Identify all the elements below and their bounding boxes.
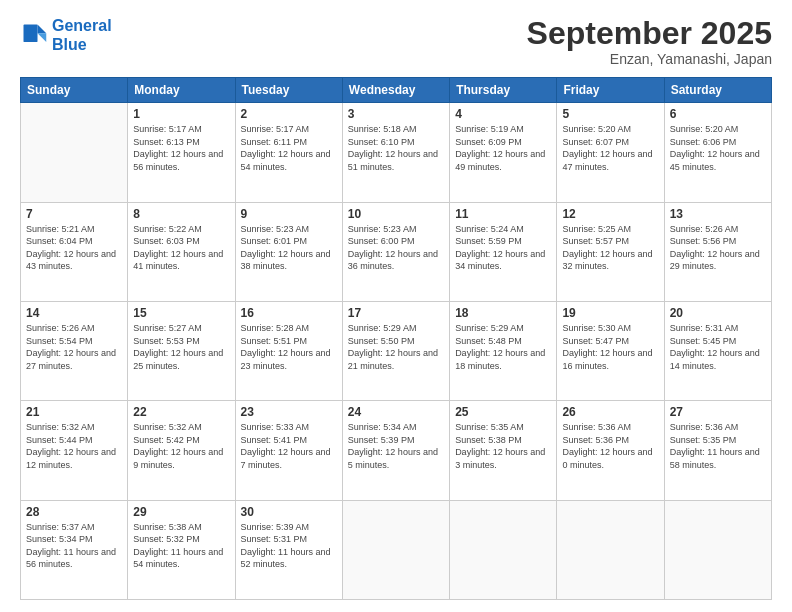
day-info: Sunrise: 5:38 AM Sunset: 5:32 PM Dayligh…	[133, 521, 229, 571]
day-number: 12	[562, 207, 658, 221]
logo-icon	[20, 21, 48, 49]
day-cell: 18Sunrise: 5:29 AM Sunset: 5:48 PM Dayli…	[450, 301, 557, 400]
day-info: Sunrise: 5:26 AM Sunset: 5:56 PM Dayligh…	[670, 223, 766, 273]
day-number: 4	[455, 107, 551, 121]
day-number: 2	[241, 107, 337, 121]
week-row-4: 21Sunrise: 5:32 AM Sunset: 5:44 PM Dayli…	[21, 401, 772, 500]
day-info: Sunrise: 5:29 AM Sunset: 5:48 PM Dayligh…	[455, 322, 551, 372]
day-cell	[21, 103, 128, 202]
day-info: Sunrise: 5:25 AM Sunset: 5:57 PM Dayligh…	[562, 223, 658, 273]
day-cell: 20Sunrise: 5:31 AM Sunset: 5:45 PM Dayli…	[664, 301, 771, 400]
logo-line1: General	[52, 17, 112, 34]
svg-marker-1	[38, 33, 47, 42]
day-info: Sunrise: 5:31 AM Sunset: 5:45 PM Dayligh…	[670, 322, 766, 372]
logo-text: General Blue	[52, 16, 112, 54]
day-cell: 10Sunrise: 5:23 AM Sunset: 6:00 PM Dayli…	[342, 202, 449, 301]
day-info: Sunrise: 5:39 AM Sunset: 5:31 PM Dayligh…	[241, 521, 337, 571]
day-number: 26	[562, 405, 658, 419]
day-number: 27	[670, 405, 766, 419]
day-info: Sunrise: 5:32 AM Sunset: 5:42 PM Dayligh…	[133, 421, 229, 471]
week-row-1: 1Sunrise: 5:17 AM Sunset: 6:13 PM Daylig…	[21, 103, 772, 202]
col-monday: Monday	[128, 78, 235, 103]
day-info: Sunrise: 5:21 AM Sunset: 6:04 PM Dayligh…	[26, 223, 122, 273]
day-info: Sunrise: 5:30 AM Sunset: 5:47 PM Dayligh…	[562, 322, 658, 372]
day-number: 24	[348, 405, 444, 419]
day-number: 30	[241, 505, 337, 519]
day-info: Sunrise: 5:29 AM Sunset: 5:50 PM Dayligh…	[348, 322, 444, 372]
day-cell: 9Sunrise: 5:23 AM Sunset: 6:01 PM Daylig…	[235, 202, 342, 301]
day-info: Sunrise: 5:22 AM Sunset: 6:03 PM Dayligh…	[133, 223, 229, 273]
day-cell: 29Sunrise: 5:38 AM Sunset: 5:32 PM Dayli…	[128, 500, 235, 599]
svg-rect-2	[24, 25, 38, 43]
col-friday: Friday	[557, 78, 664, 103]
col-wednesday: Wednesday	[342, 78, 449, 103]
day-number: 28	[26, 505, 122, 519]
day-cell	[450, 500, 557, 599]
week-row-3: 14Sunrise: 5:26 AM Sunset: 5:54 PM Dayli…	[21, 301, 772, 400]
day-cell: 24Sunrise: 5:34 AM Sunset: 5:39 PM Dayli…	[342, 401, 449, 500]
calendar-table: Sunday Monday Tuesday Wednesday Thursday…	[20, 77, 772, 600]
day-cell: 27Sunrise: 5:36 AM Sunset: 5:35 PM Dayli…	[664, 401, 771, 500]
day-cell: 19Sunrise: 5:30 AM Sunset: 5:47 PM Dayli…	[557, 301, 664, 400]
day-number: 16	[241, 306, 337, 320]
day-info: Sunrise: 5:27 AM Sunset: 5:53 PM Dayligh…	[133, 322, 229, 372]
day-cell: 14Sunrise: 5:26 AM Sunset: 5:54 PM Dayli…	[21, 301, 128, 400]
calendar-header: Sunday Monday Tuesday Wednesday Thursday…	[21, 78, 772, 103]
day-number: 5	[562, 107, 658, 121]
day-cell: 15Sunrise: 5:27 AM Sunset: 5:53 PM Dayli…	[128, 301, 235, 400]
day-cell: 1Sunrise: 5:17 AM Sunset: 6:13 PM Daylig…	[128, 103, 235, 202]
day-info: Sunrise: 5:17 AM Sunset: 6:13 PM Dayligh…	[133, 123, 229, 173]
day-number: 10	[348, 207, 444, 221]
calendar-body: 1Sunrise: 5:17 AM Sunset: 6:13 PM Daylig…	[21, 103, 772, 600]
weekday-row: Sunday Monday Tuesday Wednesday Thursday…	[21, 78, 772, 103]
day-info: Sunrise: 5:28 AM Sunset: 5:51 PM Dayligh…	[241, 322, 337, 372]
day-cell: 8Sunrise: 5:22 AM Sunset: 6:03 PM Daylig…	[128, 202, 235, 301]
day-number: 22	[133, 405, 229, 419]
day-info: Sunrise: 5:35 AM Sunset: 5:38 PM Dayligh…	[455, 421, 551, 471]
week-row-5: 28Sunrise: 5:37 AM Sunset: 5:34 PM Dayli…	[21, 500, 772, 599]
day-number: 11	[455, 207, 551, 221]
day-info: Sunrise: 5:23 AM Sunset: 6:00 PM Dayligh…	[348, 223, 444, 273]
day-info: Sunrise: 5:20 AM Sunset: 6:06 PM Dayligh…	[670, 123, 766, 173]
day-cell: 17Sunrise: 5:29 AM Sunset: 5:50 PM Dayli…	[342, 301, 449, 400]
day-number: 6	[670, 107, 766, 121]
day-number: 3	[348, 107, 444, 121]
day-info: Sunrise: 5:20 AM Sunset: 6:07 PM Dayligh…	[562, 123, 658, 173]
day-cell: 22Sunrise: 5:32 AM Sunset: 5:42 PM Dayli…	[128, 401, 235, 500]
title-block: September 2025 Enzan, Yamanashi, Japan	[527, 16, 772, 67]
calendar-page: General Blue September 2025 Enzan, Yaman…	[0, 0, 792, 612]
day-cell: 28Sunrise: 5:37 AM Sunset: 5:34 PM Dayli…	[21, 500, 128, 599]
day-cell: 6Sunrise: 5:20 AM Sunset: 6:06 PM Daylig…	[664, 103, 771, 202]
day-info: Sunrise: 5:23 AM Sunset: 6:01 PM Dayligh…	[241, 223, 337, 273]
day-number: 7	[26, 207, 122, 221]
day-cell: 7Sunrise: 5:21 AM Sunset: 6:04 PM Daylig…	[21, 202, 128, 301]
day-info: Sunrise: 5:18 AM Sunset: 6:10 PM Dayligh…	[348, 123, 444, 173]
day-number: 1	[133, 107, 229, 121]
day-info: Sunrise: 5:37 AM Sunset: 5:34 PM Dayligh…	[26, 521, 122, 571]
day-number: 17	[348, 306, 444, 320]
day-cell: 30Sunrise: 5:39 AM Sunset: 5:31 PM Dayli…	[235, 500, 342, 599]
day-cell: 5Sunrise: 5:20 AM Sunset: 6:07 PM Daylig…	[557, 103, 664, 202]
day-info: Sunrise: 5:17 AM Sunset: 6:11 PM Dayligh…	[241, 123, 337, 173]
day-number: 9	[241, 207, 337, 221]
day-cell: 21Sunrise: 5:32 AM Sunset: 5:44 PM Dayli…	[21, 401, 128, 500]
day-number: 19	[562, 306, 658, 320]
day-number: 15	[133, 306, 229, 320]
day-cell: 23Sunrise: 5:33 AM Sunset: 5:41 PM Dayli…	[235, 401, 342, 500]
col-sunday: Sunday	[21, 78, 128, 103]
week-row-2: 7Sunrise: 5:21 AM Sunset: 6:04 PM Daylig…	[21, 202, 772, 301]
location: Enzan, Yamanashi, Japan	[527, 51, 772, 67]
day-cell	[557, 500, 664, 599]
day-number: 23	[241, 405, 337, 419]
day-cell: 3Sunrise: 5:18 AM Sunset: 6:10 PM Daylig…	[342, 103, 449, 202]
day-cell: 26Sunrise: 5:36 AM Sunset: 5:36 PM Dayli…	[557, 401, 664, 500]
day-cell: 4Sunrise: 5:19 AM Sunset: 6:09 PM Daylig…	[450, 103, 557, 202]
day-info: Sunrise: 5:24 AM Sunset: 5:59 PM Dayligh…	[455, 223, 551, 273]
day-info: Sunrise: 5:19 AM Sunset: 6:09 PM Dayligh…	[455, 123, 551, 173]
col-thursday: Thursday	[450, 78, 557, 103]
logo: General Blue	[20, 16, 112, 54]
day-info: Sunrise: 5:33 AM Sunset: 5:41 PM Dayligh…	[241, 421, 337, 471]
day-number: 20	[670, 306, 766, 320]
month-title: September 2025	[527, 16, 772, 51]
day-cell	[342, 500, 449, 599]
